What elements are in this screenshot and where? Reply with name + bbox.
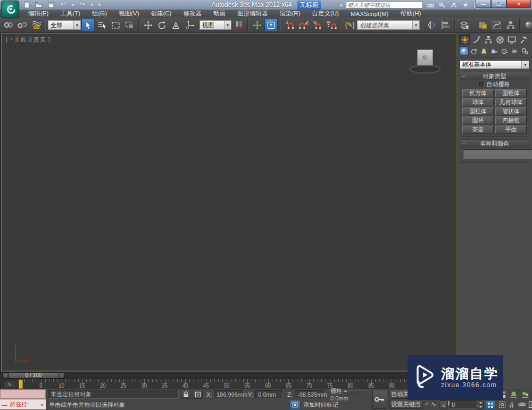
object-type-button[interactable]: 几何球体: [495, 98, 527, 106]
next-frame-button[interactable]: ›: [59, 372, 65, 379]
tab-create[interactable]: [459, 35, 470, 45]
tab-motion[interactable]: [494, 35, 505, 45]
named-selection-sets-dropdown[interactable]: 创建选择集▾: [357, 20, 420, 30]
menu-item[interactable]: 视图(V): [113, 10, 145, 18]
curve-editor-button[interactable]: [490, 19, 503, 32]
application-menu-button[interactable]: [1, 1, 19, 18]
select-and-rotate-button[interactable]: [155, 19, 169, 32]
menu-item[interactable]: 组(G): [86, 10, 113, 18]
frame-spinner-up[interactable]: ▲: [478, 400, 484, 405]
zoom-region-button[interactable]: [497, 400, 507, 409]
viewcube[interactable]: 前: [409, 48, 441, 76]
snaps-toggle-button[interactable]: 3: [283, 19, 296, 32]
search-button[interactable]: [426, 1, 435, 9]
rectangular-selection-region-button[interactable]: [109, 19, 122, 32]
select-and-link-button[interactable]: [2, 19, 15, 32]
subscription-center-button[interactable]: [438, 1, 446, 9]
autogrid-checkbox[interactable]: [479, 82, 485, 87]
maxscript-mini-listener-script[interactable]: — 所在行: <: [0, 399, 46, 409]
percent-snap-toggle-button[interactable]: %: [311, 19, 324, 32]
customize-qat-button[interactable]: ▾: [96, 1, 103, 9]
select-object-button[interactable]: [81, 19, 95, 32]
category-geometry[interactable]: [459, 46, 469, 56]
tab-utilities[interactable]: [518, 35, 529, 45]
minimize-button[interactable]: —: [476, 0, 491, 8]
bind-to-space-warp-button[interactable]: [29, 19, 43, 32]
menu-item[interactable]: 创建(C): [145, 10, 177, 18]
redo-dropdown-button[interactable]: ▾: [89, 1, 95, 9]
viewport-menu-plus[interactable]: [ +: [6, 36, 14, 44]
favorites-button[interactable]: ★: [461, 1, 470, 9]
tab-modify[interactable]: [471, 35, 482, 45]
x-coord-field[interactable]: 186.996mm: [214, 390, 244, 398]
close-button[interactable]: ×: [506, 0, 531, 8]
object-type-button[interactable]: 球体: [462, 98, 494, 106]
new-file-button[interactable]: [21, 1, 32, 9]
category-helpers[interactable]: [500, 46, 509, 56]
search-input[interactable]: [346, 1, 423, 9]
viewport-menu-shading[interactable]: 真实 ]: [34, 36, 51, 44]
add-time-tag-label[interactable]: 添加时间标记: [303, 401, 338, 409]
menu-item[interactable]: 工具(T): [54, 10, 86, 18]
save-file-button[interactable]: [46, 1, 56, 9]
name-color-rollout-header[interactable]: − 名称和颜色: [460, 140, 529, 147]
previous-frame-button[interactable]: ‹: [2, 372, 9, 379]
menu-item[interactable]: 编辑(E): [22, 10, 54, 18]
menu-item[interactable]: MAXScript(M): [345, 10, 395, 18]
time-tag-icon-button[interactable]: [290, 400, 300, 409]
object-type-button[interactable]: 圆柱体: [462, 107, 494, 115]
track-bar-ruler[interactable]: 0510152025303540455055606570758085909510…: [20, 379, 433, 389]
time-slider-handle[interactable]: ‹ 0 / 100 ›: [2, 372, 65, 379]
time-slider-track[interactable]: ‹ 0 / 100 ›: [1, 371, 456, 379]
spinner-snap-toggle-button[interactable]: [325, 19, 338, 32]
selection-filter-dropdown[interactable]: 全部▾: [48, 20, 81, 30]
object-type-button[interactable]: 四棱锥: [495, 116, 527, 124]
layer-manager-button[interactable]: [458, 19, 471, 32]
material-editor-button[interactable]: [522, 19, 532, 32]
undo-dropdown-button[interactable]: ▾: [70, 1, 76, 9]
go-to-start-button[interactable]: «: [439, 400, 448, 409]
redo-button[interactable]: ↷: [77, 1, 88, 9]
maximize-button[interactable]: ❏: [491, 0, 506, 8]
frame-spinner-down[interactable]: ▼: [478, 405, 484, 409]
key-mode-toggle-button[interactable]: [485, 400, 495, 409]
orbit-view-button[interactable]: [517, 400, 527, 409]
category-lights[interactable]: [479, 46, 489, 56]
object-type-button[interactable]: 茶壶: [462, 125, 494, 133]
select-by-name-button[interactable]: [95, 19, 109, 32]
undo-button[interactable]: ↶: [58, 1, 69, 9]
object-type-button[interactable]: 平面: [495, 125, 527, 133]
absolute-offset-mode-toggle[interactable]: [193, 390, 203, 399]
mirror-button[interactable]: [425, 19, 438, 32]
align-button[interactable]: [439, 19, 452, 32]
tab-hierarchy[interactable]: [483, 35, 494, 45]
selection-lock-toggle[interactable]: [181, 390, 191, 399]
set-keys-button[interactable]: [372, 390, 387, 409]
track-bar[interactable]: ∿ 05101520253035404550556065707580859095…: [1, 379, 456, 389]
maxscript-mini-listener-macro[interactable]: [0, 389, 46, 399]
viewcube-front-face[interactable]: 前: [417, 49, 433, 65]
category-cameras[interactable]: [489, 46, 499, 56]
open-mini-curve-editor-button[interactable]: ∿: [3, 380, 16, 388]
select-and-move-button[interactable]: [142, 19, 155, 32]
angle-snap-toggle-button[interactable]: [297, 19, 310, 32]
category-space-warps[interactable]: ≋: [510, 46, 519, 56]
snap-handles-button[interactable]: [183, 19, 199, 32]
zoom-extents-all-selected-button[interactable]: [520, 390, 530, 399]
primitives-dropdown[interactable]: 标准基本体 ▾: [460, 60, 529, 69]
graphite-modeling-ribbon-button[interactable]: [476, 19, 489, 32]
unlink-selection-button[interactable]: [15, 19, 29, 32]
current-frame-input[interactable]: [450, 400, 477, 409]
pan-view-button[interactable]: [506, 400, 517, 409]
current-frame-marker[interactable]: [19, 380, 23, 389]
window-crossing-toggle-button[interactable]: [123, 19, 136, 32]
menu-item[interactable]: 自定义(U): [306, 10, 344, 18]
viewport-menu-view[interactable]: 前: [21, 36, 27, 44]
default-tangent-icon[interactable]: ✓: [425, 400, 429, 407]
object-type-button[interactable]: 圆环: [462, 116, 494, 124]
y-coord-field[interactable]: 0.0mm: [255, 390, 283, 398]
schematic-view-button[interactable]: [504, 19, 517, 32]
menu-item[interactable]: 渲染(R): [273, 10, 306, 18]
open-file-button[interactable]: [34, 1, 44, 9]
category-systems[interactable]: [520, 46, 529, 56]
